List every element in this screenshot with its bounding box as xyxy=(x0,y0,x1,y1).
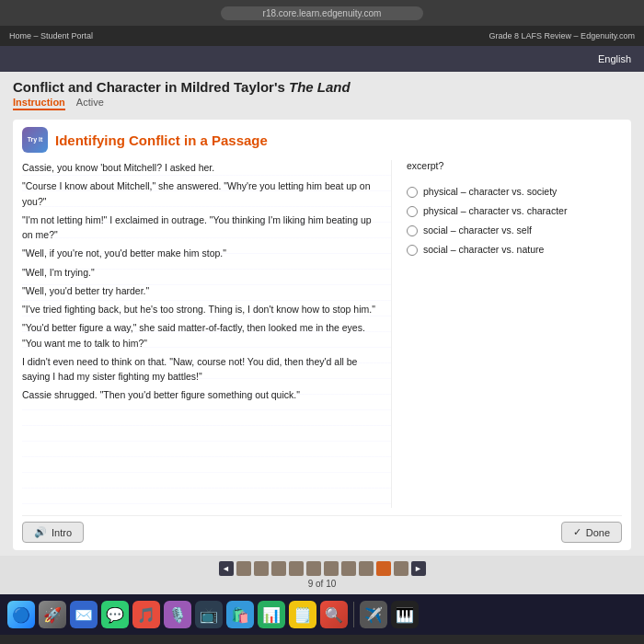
main-content: English Conflict and Character in Mildre… xyxy=(0,46,644,594)
taskbar-icon-tv[interactable]: 📺 xyxy=(195,601,223,628)
option-item[interactable]: social – character vs. nature xyxy=(407,244,622,256)
taskbar-icon-finder[interactable]: 🔵 xyxy=(7,601,35,628)
activity-card: Try It Identifying Conflict in a Passage… xyxy=(13,120,631,550)
card-title: Identifying Conflict in a Passage xyxy=(55,132,268,148)
card-header: Try It Identifying Conflict in a Passage xyxy=(22,127,622,153)
pagination-prev[interactable]: ◄ xyxy=(219,561,234,576)
nav-tabs: Instruction Active xyxy=(13,97,631,110)
passage-paragraph: "Well, if you're not, you'd better make … xyxy=(22,246,384,260)
passage-paragraph: I didn't even need to think on that. "Na… xyxy=(22,354,384,385)
tab-right: Grade 8 LAFS Review – Edgenuity.com xyxy=(489,31,635,40)
tab-active[interactable]: Active xyxy=(76,97,104,110)
card-icon: Try It xyxy=(22,127,48,153)
passage-paragraph: "Course I know about Mitchell," she answ… xyxy=(22,178,384,209)
option-label-0: physical – character vs. society xyxy=(423,186,557,197)
passage-paragraph: "Well, I'm trying." xyxy=(22,265,384,280)
pagination-dot-1[interactable] xyxy=(236,561,251,576)
radio-button-1[interactable] xyxy=(407,206,418,217)
taskbar-icon-numbers[interactable]: 📊 xyxy=(258,601,285,628)
passage-paragraph: "Well, you'd better try harder." xyxy=(22,283,384,298)
option-item[interactable]: physical – character vs. character xyxy=(407,205,622,217)
taskbar-icon-bluetooth[interactable]: ✈️ xyxy=(360,601,387,628)
question-text: excerpt? xyxy=(407,160,622,171)
taskbar-divider xyxy=(353,602,354,627)
passage-column: Cassie, you know 'bout Mitchell? I asked… xyxy=(22,160,392,508)
taskbar-icon-notes[interactable]: 🗒️ xyxy=(289,601,316,628)
pagination-label: 9 of 10 xyxy=(308,579,337,589)
speaker-icon: 🔊 xyxy=(34,526,47,538)
url-bar[interactable]: r18.core.learn.edgenuity.com xyxy=(221,6,423,20)
language-label: English xyxy=(598,53,631,64)
pagination-dot-4[interactable] xyxy=(289,561,304,576)
passage-paragraph: Cassie shrugged. "Then you'd better figu… xyxy=(22,387,384,402)
passage-paragraph: "I've tried fighting back, but he's too … xyxy=(22,302,384,316)
pagination-dot-7[interactable] xyxy=(341,561,356,576)
done-button[interactable]: ✓ Done xyxy=(561,522,622,543)
pagination-dot-8[interactable] xyxy=(359,561,374,576)
page-title: Conflict and Character in Mildred Taylor… xyxy=(13,79,631,95)
browser-bar: r18.core.learn.edgenuity.com xyxy=(0,0,644,26)
check-icon: ✓ xyxy=(573,526,581,538)
page-title-area: Conflict and Character in Mildred Taylor… xyxy=(0,72,644,114)
pagination-dot-3[interactable] xyxy=(271,561,286,576)
option-item[interactable]: social – character vs. self xyxy=(407,224,622,236)
tab-left: Home – Student Portal xyxy=(9,31,93,40)
pagination-dots: ◄► xyxy=(219,561,426,576)
options-list: physical – character vs. societyphysical… xyxy=(407,186,622,256)
pagination-dot-10[interactable] xyxy=(394,561,408,576)
taskbar-icon-preview[interactable]: 🔍 xyxy=(320,601,348,628)
done-button-label: Done xyxy=(586,527,610,538)
radio-button-0[interactable] xyxy=(407,187,418,198)
pagination-dot-2[interactable] xyxy=(254,561,269,576)
pagination-dot-5[interactable] xyxy=(306,561,321,576)
tab-bar: Home – Student Portal Grade 8 LAFS Revie… xyxy=(0,26,644,46)
option-item[interactable]: physical – character vs. society xyxy=(407,186,622,198)
radio-button-3[interactable] xyxy=(407,245,418,256)
passage-paragraph: "You'd better figure a way," she said ma… xyxy=(22,320,384,351)
pagination-dot-9[interactable] xyxy=(376,561,391,576)
header-bar: English xyxy=(0,46,644,72)
card-footer: 🔊 Intro ✓ Done xyxy=(22,515,622,543)
intro-button-label: Intro xyxy=(52,527,72,538)
radio-button-2[interactable] xyxy=(407,225,418,236)
taskbar-icon-piano[interactable]: 🎹 xyxy=(391,601,419,628)
taskbar-icon-mail[interactable]: ✉️ xyxy=(70,601,98,628)
question-column: excerpt? physical – character vs. societ… xyxy=(401,160,622,508)
passage-paragraph: Cassie, you know 'bout Mitchell? I asked… xyxy=(22,160,384,175)
tab-instruction[interactable]: Instruction xyxy=(13,97,65,110)
option-label-3: social – character vs. nature xyxy=(423,244,544,255)
taskbar-icon-launchpad[interactable]: 🚀 xyxy=(39,601,66,628)
taskbar-icon-music[interactable]: 🎵 xyxy=(132,601,160,628)
taskbar-icon-podcasts[interactable]: 🎙️ xyxy=(164,601,191,628)
option-label-2: social – character vs. self xyxy=(423,224,532,236)
pagination-bar: ◄► 9 of 10 xyxy=(0,556,644,594)
pagination-next[interactable]: ► xyxy=(411,561,426,576)
option-label-1: physical – character vs. character xyxy=(423,205,567,216)
taskbar-icon-messages[interactable]: 💬 xyxy=(101,601,129,628)
pagination-dot-6[interactable] xyxy=(324,561,339,576)
taskbar-icon-appstore[interactable]: 🛍️ xyxy=(226,601,254,628)
card-body: Cassie, you know 'bout Mitchell? I asked… xyxy=(22,160,622,508)
intro-button[interactable]: 🔊 Intro xyxy=(22,522,84,543)
passage-paragraph: "I'm not letting him!" I exclaimed in ou… xyxy=(22,213,384,243)
taskbar: 🔵🚀✉️💬🎵🎙️📺🛍️📊🗒️🔍✈️🎹 xyxy=(0,594,644,635)
